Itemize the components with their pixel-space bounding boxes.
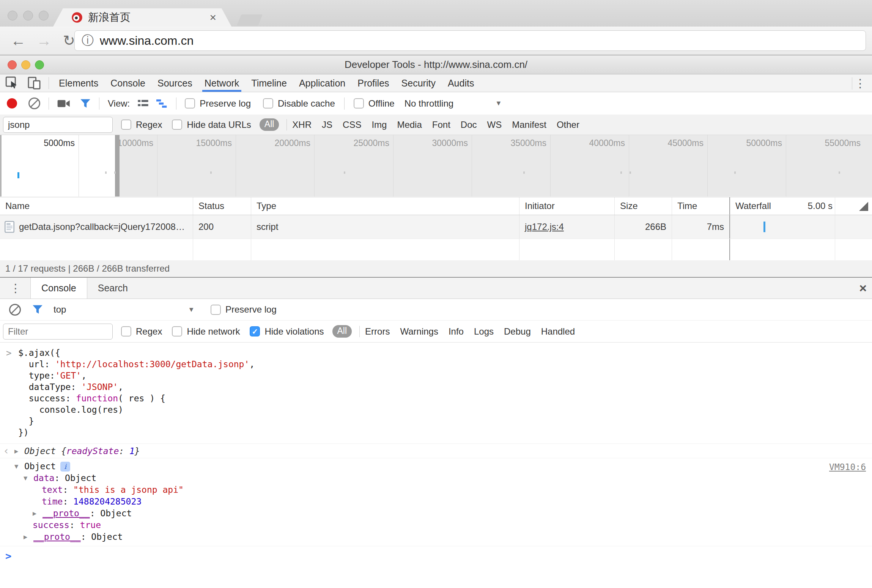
throttling-dropdown-icon[interactable]: ▼ — [495, 99, 502, 107]
inspect-element-icon[interactable] — [5, 76, 19, 90]
clear-icon[interactable] — [28, 97, 40, 109]
drawer-menu-icon[interactable]: ⋮ — [10, 281, 21, 295]
hide-network-checkbox[interactable] — [172, 326, 182, 336]
type-filter-img[interactable]: Img — [371, 119, 387, 130]
console-filter-input[interactable] — [3, 324, 113, 340]
type-filter-css[interactable]: CSS — [343, 119, 361, 130]
view-list-icon[interactable] — [137, 99, 149, 108]
level-filter-handled[interactable]: Handled — [541, 326, 575, 337]
drawer-close-icon[interactable]: × — [859, 281, 867, 296]
window-minimize-button[interactable] — [23, 11, 33, 20]
tab-application[interactable]: Application — [299, 74, 345, 92]
tab-audits[interactable]: Audits — [448, 74, 474, 92]
execution-context-select[interactable]: top ▼ — [54, 304, 195, 315]
column-header-time[interactable]: Time — [672, 197, 729, 215]
device-toolbar-icon[interactable] — [27, 77, 41, 90]
network-overview[interactable]: 5000ms 10000ms 15000ms 20000ms 25000ms 3… — [0, 135, 872, 197]
tab-security[interactable]: Security — [401, 74, 436, 92]
expand-caret-icon[interactable]: ▶ — [33, 508, 42, 519]
type-filter-doc[interactable]: Doc — [461, 119, 477, 130]
level-filter-logs[interactable]: Logs — [474, 326, 494, 337]
tab-timeline[interactable]: Timeline — [251, 74, 287, 92]
console-clear-icon[interactable] — [9, 304, 21, 316]
console-prompt[interactable]: > — [0, 546, 872, 562]
collapse-caret-icon[interactable]: ▼ — [14, 461, 24, 472]
drawer-tab-search[interactable]: Search — [87, 278, 139, 299]
column-header-name[interactable]: Name — [0, 197, 193, 215]
overview-right-handle[interactable] — [115, 135, 120, 197]
console-preserve-log-checkbox[interactable] — [211, 305, 221, 315]
collapse-caret-icon[interactable]: ▼ — [24, 472, 33, 484]
type-filter-js[interactable]: JS — [322, 119, 332, 130]
level-filter-errors[interactable]: Errors — [365, 326, 390, 337]
type-filter-xhr[interactable]: XHR — [292, 119, 312, 130]
tab-profiles[interactable]: Profiles — [357, 74, 389, 92]
column-header-type[interactable]: Type — [251, 197, 519, 215]
type-filter-manifest[interactable]: Manifest — [512, 119, 546, 130]
network-filter-input[interactable] — [3, 117, 113, 133]
expand-caret-icon[interactable]: ▶ — [14, 447, 18, 455]
level-filter-all[interactable]: All — [332, 325, 352, 338]
new-tab-button[interactable] — [237, 14, 263, 26]
level-filter-debug[interactable]: Debug — [504, 326, 531, 337]
console-result-entry[interactable]: ‹ ▶ Object {readyState: 1} — [0, 444, 872, 458]
hide-data-urls-checkbox[interactable] — [172, 119, 182, 130]
filter-funnel-icon[interactable] — [80, 99, 91, 108]
devtools-minimize-button[interactable] — [21, 60, 30, 69]
type-filter-all[interactable]: All — [260, 118, 279, 131]
toolbar-divider — [344, 97, 345, 110]
overview-left-handle[interactable] — [0, 135, 2, 197]
object-property-row[interactable]: time: 1488204285023 — [0, 496, 872, 508]
reload-icon[interactable]: ↻ — [63, 33, 75, 48]
type-filter-media[interactable]: Media — [397, 119, 422, 130]
object-property-row[interactable]: ▶ __proto__: Object — [0, 531, 872, 543]
disable-cache-checkbox[interactable] — [263, 98, 273, 108]
window-close-button[interactable] — [8, 11, 17, 20]
address-bar[interactable]: ⓘ www.sina.com.cn — [74, 30, 866, 51]
filmstrip-icon[interactable] — [57, 99, 70, 108]
tab-sources[interactable]: Sources — [157, 74, 192, 92]
column-header-initiator[interactable]: Initiator — [519, 197, 615, 215]
level-filter-info[interactable]: Info — [449, 326, 464, 337]
object-property-row[interactable]: success: true — [0, 519, 872, 531]
window-zoom-button[interactable] — [39, 11, 49, 20]
tab-elements[interactable]: Elements — [59, 74, 98, 92]
request-row[interactable]: getData.jsonp?callback=jQuery1720089... … — [0, 215, 872, 239]
object-root-row[interactable]: ▼ Object i — [0, 461, 872, 472]
level-filter-warnings[interactable]: Warnings — [400, 326, 438, 337]
tab-network[interactable]: Network — [205, 74, 239, 92]
request-initiator-link[interactable]: jq172.js:4 — [525, 222, 564, 232]
devtools-menu-icon[interactable]: ⋮ — [855, 77, 866, 90]
tab-close-icon[interactable]: × — [209, 11, 216, 24]
page-info-icon[interactable]: ⓘ — [82, 32, 94, 49]
view-waterfall-icon[interactable] — [156, 99, 168, 108]
console-command-entry[interactable]: > $.ajax({ url: 'http://localhost:3000/g… — [0, 343, 872, 444]
column-header-size[interactable]: Size — [615, 197, 672, 215]
type-filter-other[interactable]: Other — [557, 119, 579, 130]
object-property-row[interactable]: text: "this is a jsonp api" — [0, 484, 872, 496]
object-property-row[interactable]: ▼ data: Object — [0, 472, 872, 484]
offline-checkbox[interactable] — [354, 98, 364, 108]
console-filter-funnel-icon[interactable] — [32, 305, 43, 314]
drawer-tab-console[interactable]: Console — [30, 278, 87, 299]
regex-checkbox[interactable] — [121, 119, 131, 130]
console-regex-checkbox[interactable] — [121, 326, 131, 336]
throttling-select[interactable]: No throttling — [405, 98, 453, 109]
record-icon[interactable] — [7, 98, 17, 108]
column-header-status[interactable]: Status — [193, 197, 251, 215]
type-filter-ws[interactable]: WS — [487, 119, 502, 130]
request-name-cell[interactable]: getData.jsonp?callback=jQuery1720089... — [0, 215, 193, 239]
column-header-waterfall[interactable]: Waterfall 5.00 s — [729, 197, 872, 215]
preserve-log-checkbox[interactable] — [185, 98, 195, 108]
devtools-zoom-button[interactable] — [35, 60, 44, 69]
devtools-close-button[interactable] — [8, 60, 17, 69]
type-filter-font[interactable]: Font — [432, 119, 450, 130]
object-property-row[interactable]: ▶ __proto__: Object — [0, 508, 872, 519]
source-location-link[interactable]: VM910:6 — [829, 462, 866, 472]
back-icon[interactable]: ← — [11, 33, 26, 48]
hide-violations-checkbox[interactable]: ✓ — [250, 326, 260, 336]
browser-tab[interactable]: 新浪首页 × — [53, 8, 231, 27]
overview-tick-label: 15000ms — [171, 138, 232, 148]
tab-console[interactable]: Console — [110, 74, 145, 92]
expand-caret-icon[interactable]: ▶ — [24, 531, 33, 543]
